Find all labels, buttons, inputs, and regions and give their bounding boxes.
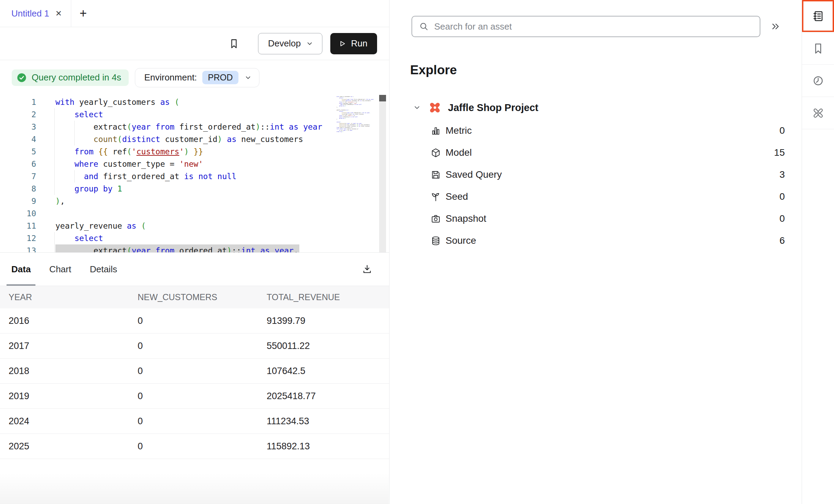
line-number: 1 bbox=[0, 96, 36, 108]
asset-tree: Jaffle Shop Project Metric0Model15Saved … bbox=[389, 97, 802, 252]
tree-item-count: 0 bbox=[779, 191, 785, 202]
tab-chart[interactable]: Chart bbox=[44, 253, 76, 286]
chevron-down-icon bbox=[306, 40, 314, 48]
tab-data[interactable]: Data bbox=[7, 253, 35, 286]
line-number: 7 bbox=[0, 170, 36, 183]
catalog-notebook-icon bbox=[812, 10, 824, 22]
table-cell: 2025418.77 bbox=[258, 391, 389, 402]
column-header: YEAR bbox=[0, 292, 129, 302]
explore-panel: Search for an asset Explore Jaffle Shop … bbox=[389, 0, 802, 504]
tab-untitled-1[interactable]: Untitled 1 ✕ bbox=[0, 0, 71, 27]
tree-item-count: 6 bbox=[779, 235, 785, 246]
bookmark-icon bbox=[812, 42, 824, 55]
tree-item-label: Saved Query bbox=[446, 169, 779, 180]
run-button[interactable]: Run bbox=[330, 33, 377, 54]
results-tabbar: Data Chart Details bbox=[0, 253, 389, 286]
table-cell: 550011.22 bbox=[258, 341, 389, 351]
code-line: count(distinct customer_id) as new_custo… bbox=[55, 133, 336, 145]
tab-details[interactable]: Details bbox=[85, 253, 122, 286]
code-line: select bbox=[55, 108, 336, 121]
tree-item-label: Snapshot bbox=[446, 213, 779, 224]
rail-button-dbt-outline[interactable] bbox=[802, 97, 834, 129]
chevron-down-icon bbox=[244, 74, 252, 82]
line-number: 4 bbox=[0, 133, 36, 145]
code-lines: with yearly_customers as ( select extrac… bbox=[55, 96, 336, 253]
sql-code-editor[interactable]: 12345678910111213 with yearly_customers … bbox=[0, 95, 389, 253]
table-cell: 0 bbox=[129, 416, 258, 427]
collapse-panel-button[interactable] bbox=[770, 21, 781, 32]
table-cell: 0 bbox=[129, 391, 258, 402]
line-number: 9 bbox=[0, 195, 36, 207]
run-label: Run bbox=[351, 38, 367, 49]
editor-minimap[interactable]: with yearly_customers as ( select extrac… bbox=[336, 96, 379, 248]
search-icon bbox=[419, 22, 429, 31]
line-number-gutter: 12345678910111213 bbox=[0, 96, 36, 253]
history-clock-icon bbox=[812, 75, 824, 87]
indent-guide bbox=[54, 108, 55, 195]
search-placeholder: Search for an asset bbox=[434, 21, 512, 32]
explore-title: Explore bbox=[410, 63, 457, 77]
tree-item-saved-query[interactable]: Saved Query3 bbox=[389, 164, 802, 186]
rail-button-catalog-notebook[interactable] bbox=[802, 0, 834, 32]
file-tabbar: Untitled 1 ✕ + bbox=[0, 0, 389, 27]
bookmark-icon[interactable] bbox=[227, 37, 241, 51]
editor-panel: Untitled 1 ✕ + Develop Run Query complet… bbox=[0, 0, 389, 504]
table-row: 2016091399.79 bbox=[0, 308, 389, 333]
environment-label: Environment: bbox=[144, 72, 197, 83]
editor-toolbar: Develop Run bbox=[0, 27, 389, 60]
scroll-fade bbox=[0, 473, 389, 504]
double-chevron-right-icon bbox=[770, 21, 781, 32]
table-cell: 2018 bbox=[0, 366, 129, 376]
results-table-header: YEARNEW_CUSTOMERSTOTAL_REVENUE bbox=[0, 286, 389, 308]
code-line: group by 1 bbox=[55, 183, 336, 195]
tree-item-count: 0 bbox=[779, 213, 785, 224]
table-cell: 107642.5 bbox=[258, 366, 389, 376]
rail-button-bookmark[interactable] bbox=[802, 32, 834, 65]
environment-selector[interactable]: Environment: PROD bbox=[135, 68, 259, 87]
code-line: extract(year from first_ordered_at)::int… bbox=[55, 121, 336, 133]
table-cell: 2017 bbox=[0, 341, 129, 351]
code-line bbox=[55, 207, 336, 220]
code-line: extract(year from ordered_at)::int as ye… bbox=[55, 244, 336, 253]
tree-item-snapshot[interactable]: Snapshot0 bbox=[389, 208, 802, 230]
line-number: 13 bbox=[0, 244, 36, 253]
download-icon[interactable] bbox=[360, 262, 374, 276]
develop-label: Develop bbox=[268, 38, 301, 49]
new-tab-button[interactable]: + bbox=[71, 0, 95, 27]
dbt-logo-icon bbox=[429, 101, 441, 114]
table-row: 20170550011.22 bbox=[0, 333, 389, 359]
code-line: where customer_type = 'new' bbox=[55, 158, 336, 170]
scrollbar-thumb[interactable] bbox=[379, 95, 386, 101]
rail-button-history-clock[interactable] bbox=[802, 65, 834, 97]
search-input[interactable]: Search for an asset bbox=[411, 16, 760, 37]
dbt-outline-icon bbox=[812, 107, 824, 119]
indent-guide bbox=[54, 232, 55, 253]
editor-scrollbar[interactable] bbox=[379, 95, 386, 253]
tree-root-jaffle-shop-project[interactable]: Jaffle Shop Project bbox=[389, 97, 802, 118]
right-icon-rail bbox=[802, 0, 834, 504]
results-table-body: 2016091399.7920170550011.2220180107642.5… bbox=[0, 308, 389, 459]
line-number: 10 bbox=[0, 207, 36, 220]
tree-item-model[interactable]: Model15 bbox=[389, 142, 802, 164]
line-number: 12 bbox=[0, 232, 36, 244]
code-line: ), bbox=[55, 195, 336, 207]
column-header: NEW_CUSTOMERS bbox=[129, 292, 258, 302]
table-cell: 111234.53 bbox=[258, 416, 389, 427]
table-cell: 115892.13 bbox=[258, 441, 389, 452]
develop-dropdown[interactable]: Develop bbox=[258, 33, 322, 54]
tree-item-count: 15 bbox=[774, 147, 785, 158]
camera-icon bbox=[430, 213, 441, 224]
table-cell: 2024 bbox=[0, 416, 129, 427]
line-number: 8 bbox=[0, 183, 36, 195]
table-cell: 2019 bbox=[0, 391, 129, 402]
line-number: 6 bbox=[0, 158, 36, 170]
play-icon bbox=[338, 39, 347, 48]
chevron-down-icon bbox=[413, 103, 421, 112]
tree-item-metric[interactable]: Metric0 bbox=[389, 120, 802, 142]
tree-item-seed[interactable]: Seed0 bbox=[389, 186, 802, 208]
table-cell: 2016 bbox=[0, 316, 129, 326]
tree-item-source[interactable]: Source6 bbox=[389, 230, 802, 252]
close-tab-icon[interactable]: ✕ bbox=[55, 10, 62, 18]
line-number: 3 bbox=[0, 121, 36, 133]
tree-item-list: Metric0Model15Saved Query3Seed0Snapshot0… bbox=[389, 120, 802, 252]
